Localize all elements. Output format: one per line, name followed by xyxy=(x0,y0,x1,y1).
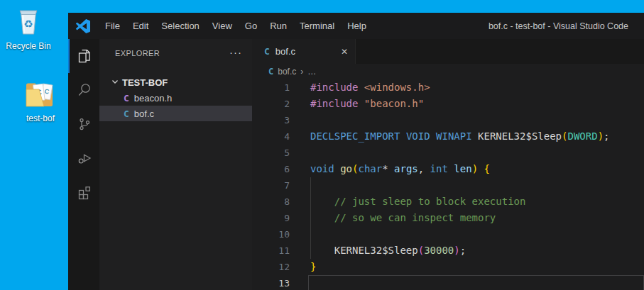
line-number[interactable]: 5 xyxy=(252,145,290,161)
explorer-sidebar: EXPLORER ··· TEST-BOF C beacon.h C bof.c xyxy=(99,39,252,290)
line-number[interactable]: 10 xyxy=(252,226,290,242)
line-number[interactable]: 13 xyxy=(252,275,290,290)
test-bof-folder-desktop-icon[interactable]: C C test-bof xyxy=(16,78,65,123)
tree-item-beacon-h[interactable]: C beacon.h xyxy=(99,90,252,106)
line-number[interactable]: 12 xyxy=(252,259,290,275)
indent-guide xyxy=(310,177,311,259)
recycle-bin-desktop-icon[interactable]: ♻ Recycle Bin xyxy=(4,6,53,51)
folder-label: test-bof xyxy=(16,113,65,123)
code-text: #include <windows.h> xyxy=(310,79,430,96)
activity-explorer-icon[interactable] xyxy=(68,39,99,73)
recycle-bin-icon: ♻ xyxy=(13,27,43,39)
menu-edit[interactable]: Edit xyxy=(126,21,155,31)
folder-icon: C C xyxy=(23,99,58,111)
activity-search-icon[interactable] xyxy=(68,73,99,107)
c-source-file-icon: C xyxy=(124,108,129,119)
c-source-file-icon: C xyxy=(264,46,270,57)
activity-run-debug-icon[interactable] xyxy=(68,141,99,175)
code-line[interactable]: 4DECLSPEC_IMPORT VOID WINAPI KERNEL32$Sl… xyxy=(252,128,644,145)
c-source-file-icon: C xyxy=(268,67,273,77)
code-text: DECLSPEC_IMPORT VOID WINAPI KERNEL32$Sle… xyxy=(310,128,610,145)
activity-extensions-icon[interactable] xyxy=(68,175,99,209)
code-text: #include "beacon.h" xyxy=(310,96,424,112)
code-text: void go(char* args, int len) { xyxy=(310,161,490,177)
tree-root-label: TEST-BOF xyxy=(122,77,168,88)
activity-bar xyxy=(68,39,99,290)
breadcrumb-symbol[interactable]: … xyxy=(307,67,316,77)
line-number[interactable]: 3 xyxy=(252,112,290,128)
code-line[interactable]: 1#include <windows.h> xyxy=(252,79,644,96)
line-number[interactable]: 11 xyxy=(252,242,290,259)
svg-text:♻: ♻ xyxy=(23,18,33,30)
editor-group: C bof.c ✕ C bof.c › … 1#include <windows… xyxy=(252,39,644,290)
file-name: bof.c xyxy=(134,108,154,119)
close-tab-icon[interactable]: ✕ xyxy=(341,47,348,57)
code-editor[interactable]: 1#include <windows.h>2#include "beacon.h… xyxy=(252,79,644,290)
menu-view[interactable]: View xyxy=(206,21,239,31)
code-line[interactable]: 2#include "beacon.h" xyxy=(252,96,644,112)
code-line[interactable]: 5 xyxy=(252,145,644,161)
menu-run[interactable]: Run xyxy=(263,21,293,31)
code-line[interactable]: 12} xyxy=(252,259,644,275)
breadcrumb-separator-icon: › xyxy=(300,67,303,77)
tree-root-test-bof[interactable]: TEST-BOF xyxy=(99,74,252,90)
code-text: } xyxy=(310,259,316,275)
code-text: // so we can inspect memory xyxy=(310,210,496,226)
line-number[interactable]: 4 xyxy=(252,128,290,145)
line-number[interactable]: 7 xyxy=(252,177,290,194)
activity-source-control-icon[interactable] xyxy=(68,107,99,141)
chevron-down-icon xyxy=(111,77,119,88)
window-title: bof.c - test-bof - Visual Studio Code xyxy=(489,21,644,31)
tab-label: bof.c xyxy=(275,46,295,57)
titlebar: File Edit Selection View Go Run Terminal… xyxy=(68,13,644,39)
vscode-logo-icon xyxy=(76,19,90,33)
code-line[interactable]: 3 xyxy=(252,112,644,128)
code-text: // just sleep to block execution xyxy=(310,194,525,210)
line-number[interactable]: 9 xyxy=(252,210,290,226)
explorer-title: EXPLORER xyxy=(115,49,160,57)
menu-file[interactable]: File xyxy=(99,21,126,31)
vscode-window: File Edit Selection View Go Run Terminal… xyxy=(68,13,644,290)
recycle-bin-label: Recycle Bin xyxy=(4,41,53,51)
line-number[interactable]: 2 xyxy=(252,96,290,112)
file-name: beacon.h xyxy=(134,93,173,104)
breadcrumb-file[interactable]: bof.c xyxy=(278,67,296,77)
tree-item-bof-c[interactable]: C bof.c xyxy=(99,106,252,121)
tab-bar: C bof.c ✕ xyxy=(252,39,644,64)
tab-bof-c[interactable]: C bof.c ✕ xyxy=(252,39,356,64)
menu-selection[interactable]: Selection xyxy=(155,21,205,31)
line-number[interactable]: 6 xyxy=(252,161,290,177)
line-number[interactable]: 1 xyxy=(252,79,290,96)
code-text: KERNEL32$Sleep(30000); xyxy=(310,242,466,259)
line-number[interactable]: 8 xyxy=(252,194,290,210)
menu-go[interactable]: Go xyxy=(239,21,263,31)
menu-terminal[interactable]: Terminal xyxy=(293,21,341,31)
explorer-more-actions-icon[interactable]: ··· xyxy=(229,49,242,56)
menu-help[interactable]: Help xyxy=(341,21,373,31)
breadcrumb[interactable]: C bof.c › … xyxy=(252,64,644,79)
c-header-file-icon: C xyxy=(124,93,129,104)
current-line-highlight xyxy=(308,275,644,290)
code-line[interactable]: 6void go(char* args, int len) { xyxy=(252,161,644,177)
